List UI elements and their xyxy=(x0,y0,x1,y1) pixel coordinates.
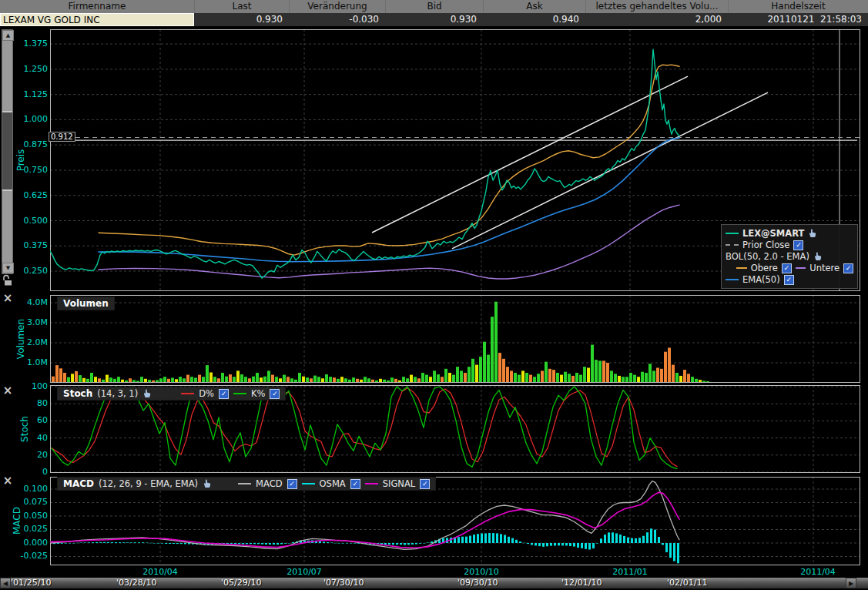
stoch-k-label: K% xyxy=(251,388,265,399)
obere-checkbox[interactable]: ✓ xyxy=(782,263,792,273)
close-stoch-panel-button[interactable]: × xyxy=(2,386,13,397)
stoch-tick-label: 100 xyxy=(12,382,48,391)
hand-cursor-icon[interactable] xyxy=(813,252,823,261)
macd-tick-label: 0.075 xyxy=(12,498,48,507)
signal-checkbox[interactable]: ✓ xyxy=(420,479,430,489)
scrollbar-date-label: '02/01/11 xyxy=(667,578,707,588)
vertical-scrollbar[interactable]: ▲ ▼ xyxy=(2,29,13,274)
scrollbar-date-label: '07/30/10 xyxy=(323,578,364,588)
trading-terminal: Firmenname Last Veränderung Bid Ask letz… xyxy=(0,0,868,590)
price-tick-label: 1.250 xyxy=(12,65,48,74)
col-header-bid: Bid xyxy=(385,0,483,13)
macd-panel-header: MACD (12, 26, 9 - EMA, EMA) MACD ✓ OSMA … xyxy=(57,477,436,491)
prior-close-swatch xyxy=(726,244,739,246)
hand-cursor-icon[interactable] xyxy=(203,479,212,488)
time-axis-label: 2010/10 xyxy=(464,567,499,577)
ema-checkbox[interactable]: ✓ xyxy=(784,275,794,285)
scrollbar-date-label: '09/30/10 xyxy=(457,578,498,588)
hand-cursor-icon[interactable] xyxy=(808,229,817,238)
legend-row-bands: Obere ✓ Untere ✓ xyxy=(726,263,853,273)
macd-tick-label: -0.025 xyxy=(12,551,48,561)
col-header-firmenname: Firmenname xyxy=(0,0,194,13)
time-axis-labels: 2010/042010/072010/102011/012011/04 xyxy=(0,567,847,577)
volume-tick-label: 2.0M xyxy=(12,338,48,347)
scrollbar-date-label: '01/25/10 xyxy=(11,578,51,588)
time-axis-label: 2010/07 xyxy=(287,567,322,577)
stoch-k-checkbox[interactable]: ✓ xyxy=(270,389,280,399)
close-macd-panel-button[interactable]: × xyxy=(2,476,13,487)
untere-label: Untere xyxy=(809,263,840,273)
scrollbar-thumb[interactable] xyxy=(2,111,12,191)
price-legend: LEX@SMART Prior Close ✓ BOL(50, 2.0 - EM… xyxy=(721,224,858,289)
legend-symbol-label: LEX@SMART xyxy=(742,228,804,239)
osma-swatch xyxy=(302,483,315,484)
price-tick-label: 0.500 xyxy=(12,216,48,226)
stoch-tick-label: 20 xyxy=(12,451,48,460)
col-header-ask: Ask xyxy=(483,0,585,13)
stoch-panel-header: Stoch (14, 3, 1) D% ✓ K% ✓ xyxy=(57,387,286,401)
macd-tick-label: 0.000 xyxy=(12,538,48,548)
ask-value: 0.940 xyxy=(483,13,585,26)
legend-row-prior-close: Prior Close ✓ xyxy=(726,240,853,250)
hand-cursor-icon[interactable] xyxy=(142,389,152,398)
osma-checkbox[interactable]: ✓ xyxy=(350,479,360,489)
ema-swatch xyxy=(726,279,739,280)
stoch-tick-label: 40 xyxy=(12,434,48,443)
price-tick-label: 1.000 xyxy=(12,115,48,124)
bol-label: BOL(50, 2.0 - EMA) xyxy=(726,251,809,262)
scroll-right-button[interactable]: ▶ xyxy=(846,578,856,588)
last-volume-value: 2,000 xyxy=(585,13,728,26)
scrollbar-date-label: '05/29/10 xyxy=(221,578,261,588)
change-value: -0.030 xyxy=(289,13,385,26)
signal-label: SIGNAL xyxy=(383,478,415,489)
stoch-d-swatch xyxy=(181,393,194,394)
bid-value: 0.930 xyxy=(385,13,483,26)
time-axis-label: 2011/01 xyxy=(612,567,648,577)
close-volume-panel-button[interactable]: × xyxy=(2,293,13,304)
volume-tick-label: 1.0M xyxy=(12,358,48,367)
stoch-tick-label: 0 xyxy=(12,468,48,477)
quote-value-row: LEXAM VG GOLD INC 0.930 -0.030 0.930 0.9… xyxy=(0,13,868,28)
macd-tick-label: 0.100 xyxy=(12,484,48,494)
stoch-title-label: Stoch xyxy=(63,388,92,399)
volume-tick-label: 4.0M xyxy=(12,298,48,307)
macd-line-label: MACD xyxy=(256,478,282,489)
macd-title-label: MACD xyxy=(63,478,94,489)
volume-plot[interactable] xyxy=(50,295,860,383)
horizontal-scrollbar[interactable]: ◀ '01/25/10'03/28/10'05/29/10'07/30/10'0… xyxy=(0,578,868,588)
quote-header-row: Firmenname Last Veränderung Bid Ask letz… xyxy=(0,0,868,13)
scrollbar-date-label: '03/28/10 xyxy=(116,578,156,588)
price-line-swatch xyxy=(726,233,739,234)
prior-close-checkbox[interactable]: ✓ xyxy=(793,240,803,250)
symbol-name-cell[interactable]: LEXAM VG GOLD INC xyxy=(0,13,194,26)
prior-close-value-label: 0.912 xyxy=(49,132,75,142)
price-tick-label: 0.875 xyxy=(12,140,48,149)
prior-close-label: Prior Close xyxy=(742,240,789,250)
legend-row-bol: BOL(50, 2.0 - EMA) xyxy=(726,251,853,262)
stoch-k-swatch xyxy=(233,393,246,394)
price-tick-label: 1.125 xyxy=(12,90,48,99)
trade-time-value: 20110121 21:58:03 xyxy=(728,13,868,26)
macd-checkbox[interactable]: ✓ xyxy=(287,479,297,489)
scroll-left-button[interactable]: ◀ xyxy=(0,578,11,588)
unlock-icon[interactable] xyxy=(2,274,13,289)
macd-tick-label: 0.050 xyxy=(12,511,48,521)
col-header-veraenderung: Veränderung xyxy=(289,0,385,13)
price-tick-label: 1.375 xyxy=(12,39,48,49)
price-tick-label: 0.625 xyxy=(12,191,48,200)
macd-tick-label: 0.025 xyxy=(12,525,48,534)
legend-row-ema: EMA(50) ✓ xyxy=(726,274,853,285)
volume-panel-title: Volumen xyxy=(57,297,115,310)
osma-label: OSMA xyxy=(320,478,346,489)
untere-checkbox[interactable]: ✓ xyxy=(843,263,853,273)
volume-title-label: Volumen xyxy=(63,298,109,309)
stoch-tick-label: 60 xyxy=(12,416,48,425)
signal-swatch xyxy=(365,483,378,484)
upper-band-swatch xyxy=(736,267,747,269)
time-axis-label: 2010/04 xyxy=(142,567,178,577)
stoch-d-checkbox[interactable]: ✓ xyxy=(219,389,229,399)
price-tick-label: 0.750 xyxy=(12,166,48,175)
stoch-d-label: D% xyxy=(199,388,214,399)
price-tick-label: 0.250 xyxy=(12,267,48,276)
stoch-tick-label: 80 xyxy=(12,399,48,408)
